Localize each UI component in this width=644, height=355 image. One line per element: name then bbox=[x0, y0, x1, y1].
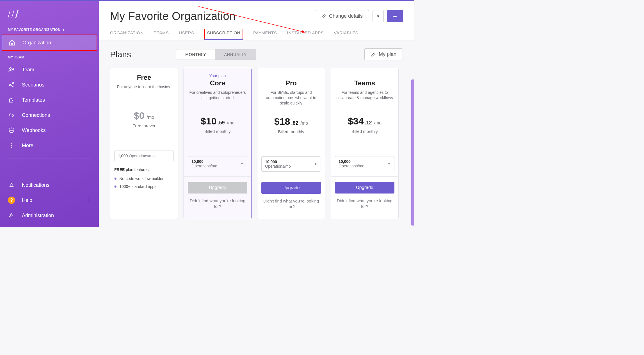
not-found-text: Didn't find what you're looking for? bbox=[261, 198, 321, 210]
tab-installed-apps[interactable]: INSTALLED APPS bbox=[287, 30, 324, 40]
tab-variables[interactable]: VARIABLES bbox=[334, 30, 358, 40]
sidebar-label: Connections bbox=[22, 112, 50, 118]
add-button[interactable]: ＋ bbox=[387, 10, 403, 22]
sidebar-label: Administration bbox=[22, 213, 54, 219]
plan-price: $34.12 /mo bbox=[335, 116, 394, 127]
puzzle-icon bbox=[8, 96, 15, 104]
tabs: ORGANIZATION TEAMS USERS SUBSCRIPTION PA… bbox=[99, 22, 414, 40]
plan-price: $10.59 /mo bbox=[188, 116, 247, 127]
org-label[interactable]: MY FAVORITE ORGANIZATION ▼ bbox=[0, 26, 99, 35]
svg-point-8 bbox=[11, 147, 12, 148]
my-plan-button[interactable]: My plan bbox=[364, 48, 403, 60]
kebab-icon[interactable]: ⋮ bbox=[86, 197, 92, 203]
plan-name: Core bbox=[188, 79, 247, 87]
upgrade-button[interactable]: Upgrade bbox=[335, 182, 394, 194]
sidebar-label: Webhooks bbox=[22, 128, 46, 133]
sidebar-item-organization[interactable]: Organization bbox=[2, 35, 97, 51]
sidebar-label: Organization bbox=[22, 40, 51, 46]
your-plan-badge: Your plan bbox=[188, 74, 247, 78]
link-icon bbox=[8, 111, 15, 119]
operations-select[interactable]: 10,000Operations/mo ▼ bbox=[261, 156, 321, 172]
plan-card-core: Your plan Core For creatives and solopre… bbox=[184, 68, 252, 219]
features-head: FREE plan features bbox=[114, 167, 174, 172]
plan-sub: For SMBs, startups and automation pros w… bbox=[261, 90, 321, 106]
plan-name: Free bbox=[114, 74, 174, 81]
toggle-annually[interactable]: ANNUALLY bbox=[215, 49, 256, 60]
sidebar-label: More bbox=[22, 143, 33, 149]
sidebar-label: Help bbox=[22, 197, 32, 203]
operations-display: 1,000 Operations/mo bbox=[114, 151, 174, 161]
plan-cards: Free For anyone to learn the basics. $0 … bbox=[110, 68, 403, 219]
page-title: My Favorite Organization bbox=[110, 10, 236, 22]
change-details-dropdown[interactable]: ▼ bbox=[373, 10, 384, 22]
sidebar-item-scenarios[interactable]: Scenarios bbox=[0, 77, 99, 92]
sidebar-item-team[interactable]: Team bbox=[0, 62, 99, 77]
sidebar-item-notifications[interactable]: Notifications bbox=[0, 178, 99, 193]
tab-organization[interactable]: ORGANIZATION bbox=[110, 30, 143, 40]
share-icon bbox=[8, 81, 15, 88]
users-icon bbox=[8, 66, 15, 73]
main: My Favorite Organization Change details … bbox=[99, 1, 414, 227]
operations-select[interactable]: 10,000Operations/mo ▼ bbox=[188, 156, 247, 171]
sidebar-item-templates[interactable]: Templates bbox=[0, 92, 99, 108]
upgrade-button: Upgrade bbox=[188, 182, 247, 194]
plans-title: Plans bbox=[110, 50, 131, 59]
sidebar-label: Notifications bbox=[22, 182, 49, 188]
caret-down-icon: ▼ bbox=[62, 28, 65, 31]
plan-card-free: Free For anyone to learn the basics. $0 … bbox=[110, 68, 178, 219]
feature-item: +No-code workflow builder bbox=[114, 175, 174, 183]
plus-icon: ＋ bbox=[392, 12, 398, 21]
feature-item: +1000+ standard apps bbox=[114, 183, 174, 190]
plan-price: $18.82 /mo bbox=[261, 116, 321, 127]
operations-select[interactable]: 10,000Operations/mo ▼ bbox=[335, 156, 394, 171]
tab-payments[interactable]: PAYMENTS bbox=[253, 30, 277, 40]
plan-card-pro: Pro For SMBs, startups and automation pr… bbox=[257, 68, 325, 219]
plan-price: $0 /mo bbox=[114, 110, 174, 121]
toggle-monthly[interactable]: MONTHLY bbox=[176, 49, 215, 60]
sidebar-item-help[interactable]: ? Help ⋮ bbox=[0, 193, 99, 208]
sidebar: MY FAVORITE ORGANIZATION ▼ Organization … bbox=[0, 1, 99, 227]
svg-point-6 bbox=[11, 143, 12, 144]
billing-toggle: MONTHLY ANNUALLY bbox=[176, 49, 256, 60]
upgrade-button[interactable]: Upgrade bbox=[261, 182, 321, 194]
svg-point-1 bbox=[12, 68, 14, 70]
edit-icon bbox=[371, 52, 376, 57]
plan-name: Pro bbox=[261, 79, 321, 87]
globe-icon bbox=[8, 127, 15, 134]
not-found-text: Didn't find what you're looking for? bbox=[188, 198, 247, 210]
wrench-icon bbox=[8, 212, 15, 219]
caret-down-icon: ▼ bbox=[314, 162, 317, 166]
dots-vertical-icon bbox=[8, 142, 15, 149]
plan-sub: For anyone to learn the basics. bbox=[114, 84, 174, 100]
help-icon: ? bbox=[8, 197, 15, 204]
home-icon bbox=[8, 39, 16, 46]
change-details-button[interactable]: Change details bbox=[315, 10, 369, 22]
logo[interactable] bbox=[0, 9, 99, 26]
not-found-text: Didn't find what you're looking for? bbox=[335, 198, 394, 210]
edit-icon bbox=[321, 14, 326, 19]
team-label: MY TEAM bbox=[0, 54, 99, 62]
sidebar-label: Team bbox=[22, 67, 34, 73]
caret-down-icon: ▼ bbox=[240, 162, 244, 166]
sidebar-item-administration[interactable]: Administration bbox=[0, 208, 99, 223]
plan-sub: For teams and agencies to collaborate & … bbox=[335, 90, 394, 106]
tab-users[interactable]: USERS bbox=[179, 30, 194, 40]
sidebar-item-more[interactable]: More bbox=[0, 138, 99, 153]
svg-point-0 bbox=[10, 68, 12, 70]
tab-subscription[interactable]: SUBSCRIPTION bbox=[204, 29, 243, 40]
plan-name: Teams bbox=[335, 79, 394, 87]
sidebar-label: Templates bbox=[22, 97, 45, 103]
sidebar-label: Scenarios bbox=[22, 82, 44, 88]
svg-point-7 bbox=[11, 145, 12, 146]
sidebar-item-connections[interactable]: Connections bbox=[0, 108, 99, 123]
bell-icon bbox=[8, 181, 15, 189]
plan-sub: For creatives and solopreneuers just get… bbox=[188, 90, 247, 106]
sidebar-item-webhooks[interactable]: Webhooks bbox=[0, 123, 99, 138]
next-card-chip[interactable] bbox=[411, 79, 414, 226]
caret-down-icon: ▼ bbox=[387, 162, 391, 166]
plan-card-teams: Teams For teams and agencies to collabor… bbox=[331, 68, 399, 219]
tab-teams[interactable]: TEAMS bbox=[154, 30, 169, 40]
